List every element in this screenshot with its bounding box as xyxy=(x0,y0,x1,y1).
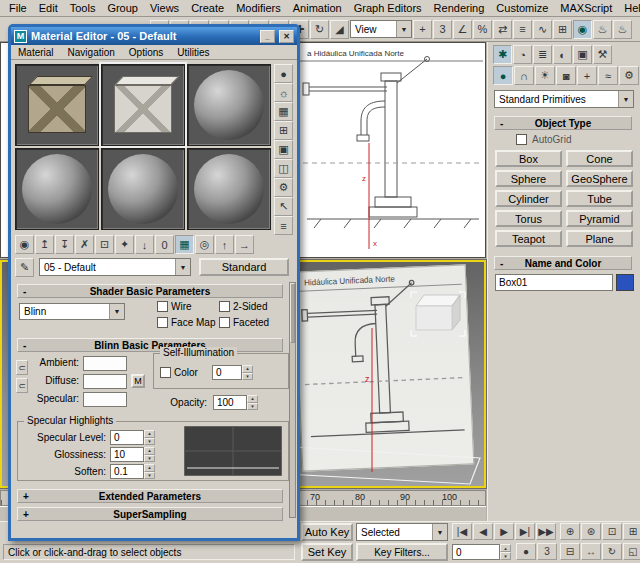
selection-set-dropdown[interactable]: Selected ▼ xyxy=(356,523,448,541)
menu-item[interactable]: Create xyxy=(185,1,230,15)
rollout-scrollbar[interactable] xyxy=(289,282,296,518)
object-name-field[interactable] xyxy=(495,274,613,291)
render-setup-icon[interactable]: ♨ xyxy=(593,20,612,39)
backlight-icon[interactable]: ☼ xyxy=(274,83,293,102)
select-by-material-icon[interactable]: ↖ xyxy=(274,197,293,216)
spin-down-icon[interactable]: ▾ xyxy=(242,373,253,381)
menu-item[interactable]: File xyxy=(3,1,33,15)
glossiness-field[interactable]: 10 xyxy=(110,447,144,462)
display-tab-icon[interactable]: ▣ xyxy=(573,45,592,64)
self-illum-value-field[interactable]: 0 xyxy=(212,365,242,380)
maximize-viewport-icon[interactable]: ◱ xyxy=(623,543,640,560)
snap-toggle-icon[interactable]: 3 xyxy=(433,20,452,39)
menu-item[interactable]: Customize xyxy=(490,1,554,15)
quick-render-icon[interactable]: ♨ xyxy=(613,20,632,39)
cylinder-button[interactable]: Cylinder xyxy=(495,190,562,207)
object-type-rollout-header[interactable]: - Object Type xyxy=(494,116,632,130)
pan-icon[interactable]: ↔ xyxy=(581,543,601,560)
self-illum-spinner[interactable]: ▴ ▾ xyxy=(242,365,253,380)
soften-spinner[interactable]: ▴ ▾ xyxy=(144,464,155,479)
extended-parameters-rollout-header[interactable]: + Extended Parameters xyxy=(17,489,283,503)
material-editor-titlebar[interactable]: M Material Editor - 05 - Default _ ✕ xyxy=(11,27,297,45)
uv-tiling-icon[interactable]: ⊞ xyxy=(274,121,293,140)
lock-diffuse-specular-icon[interactable]: ⊂ xyxy=(16,378,28,393)
menu-item[interactable]: Tools xyxy=(64,1,102,15)
make-copy-icon[interactable]: ⊡ xyxy=(95,235,114,254)
wire-checkbox[interactable] xyxy=(157,301,168,312)
box-button[interactable]: Box xyxy=(495,150,562,167)
modify-tab-icon[interactable]: ◔ xyxy=(513,45,532,64)
ambient-color-swatch[interactable] xyxy=(83,356,127,371)
lock-ambient-diffuse-icon[interactable]: ⊂ xyxy=(16,360,28,375)
spin-up-icon[interactable]: ▴ xyxy=(500,544,511,552)
opacity-spinner[interactable]: ▴ ▾ xyxy=(247,395,258,410)
sample-slot-3[interactable] xyxy=(187,64,271,146)
reset-map-icon[interactable]: ✗ xyxy=(75,235,94,254)
helpers-category-icon[interactable]: + xyxy=(577,66,597,85)
angle-snap-icon[interactable]: ∠ xyxy=(453,20,472,39)
plane-button[interactable]: Plane xyxy=(566,230,633,247)
specular-color-swatch[interactable] xyxy=(83,392,127,407)
geometry-category-icon[interactable]: ● xyxy=(493,66,513,85)
spin-down-icon[interactable]: ▾ xyxy=(144,472,155,480)
minimize-icon[interactable]: _ xyxy=(260,30,275,43)
menu-item[interactable]: Utilities xyxy=(170,47,216,58)
material-editor-icon[interactable]: ◉ xyxy=(573,20,592,39)
background-icon[interactable]: ▦ xyxy=(274,102,293,121)
spin-up-icon[interactable]: ▴ xyxy=(247,395,258,403)
spin-up-icon[interactable]: ▴ xyxy=(242,365,253,373)
menu-item[interactable]: Material xyxy=(11,47,61,58)
autogrid-checkbox[interactable] xyxy=(516,134,527,145)
align-icon[interactable]: ≡ xyxy=(513,20,532,39)
scale-icon[interactable]: ◢ xyxy=(330,20,349,39)
previous-frame-icon[interactable]: ◀ xyxy=(473,523,493,540)
blinn-rollout-header[interactable]: - Blinn Basic Parameters xyxy=(17,338,283,352)
menu-item[interactable]: Views xyxy=(144,1,185,15)
spin-up-icon[interactable]: ▴ xyxy=(144,464,155,472)
utilities-tab-icon[interactable]: ⚒ xyxy=(593,45,612,64)
sample-slot-2-active[interactable] xyxy=(101,64,185,146)
faceted-checkbox[interactable] xyxy=(219,317,230,328)
sample-slot-5[interactable] xyxy=(101,148,185,230)
lights-category-icon[interactable]: ☀ xyxy=(535,66,555,85)
material-name-dropdown[interactable]: 05 - Default ▼ xyxy=(39,258,191,276)
put-to-scene-icon[interactable]: ↥ xyxy=(35,235,54,254)
schematic-view-icon[interactable]: ⊞ xyxy=(553,20,572,39)
key-mode-toggle-icon[interactable]: ● xyxy=(516,543,536,560)
go-to-parent-icon[interactable]: ↑ xyxy=(215,235,234,254)
opacity-value-field[interactable]: 100 xyxy=(213,395,247,410)
create-tab-icon[interactable]: ✱ xyxy=(493,45,512,64)
zoom-extents-icon[interactable]: ⊡ xyxy=(602,523,622,540)
go-forward-icon[interactable]: → xyxy=(235,235,254,254)
spin-down-icon[interactable]: ▾ xyxy=(500,552,511,560)
motion-tab-icon[interactable]: ◐ xyxy=(553,45,572,64)
menu-item[interactable]: MAXScript xyxy=(554,1,618,15)
object-color-swatch[interactable] xyxy=(616,274,634,291)
assign-material-icon[interactable]: ↧ xyxy=(55,235,74,254)
make-preview-icon[interactable]: ◫ xyxy=(274,159,293,178)
curve-editor-icon[interactable]: ∿ xyxy=(533,20,552,39)
sphere-button[interactable]: Sphere xyxy=(495,170,562,187)
sample-type-icon[interactable]: ● xyxy=(274,64,293,83)
menu-item[interactable]: Help xyxy=(618,1,640,15)
material-id-icon[interactable]: 0 xyxy=(155,235,174,254)
options-gear-icon[interactable]: ⚙ xyxy=(274,178,293,197)
menu-item[interactable]: Navigation xyxy=(61,47,122,58)
spin-down-icon[interactable]: ▾ xyxy=(144,438,155,446)
specular-level-field[interactable]: 0 xyxy=(110,430,144,445)
self-illum-color-checkbox[interactable] xyxy=(160,367,171,378)
shader-rollout-header[interactable]: - Shader Basic Parameters xyxy=(17,284,283,298)
snap-toggle-icon[interactable]: 3 xyxy=(537,543,557,560)
two-sided-checkbox[interactable] xyxy=(219,301,230,312)
cameras-category-icon[interactable]: ◙ xyxy=(556,66,576,85)
menu-item[interactable]: Graph Editors xyxy=(348,1,428,15)
name-color-rollout-header[interactable]: - Name and Color xyxy=(494,256,632,270)
play-icon[interactable]: ▶ xyxy=(494,523,514,540)
rotate-icon[interactable]: ↻ xyxy=(310,20,329,39)
key-filters-button[interactable]: Key Filters... xyxy=(356,543,448,561)
set-key-button[interactable]: Set Key xyxy=(301,543,353,561)
make-unique-icon[interactable]: ✦ xyxy=(115,235,134,254)
arc-rotate-icon[interactable]: ↻ xyxy=(602,543,622,560)
tube-button[interactable]: Tube xyxy=(566,190,633,207)
shapes-category-icon[interactable]: ∩ xyxy=(514,66,534,85)
